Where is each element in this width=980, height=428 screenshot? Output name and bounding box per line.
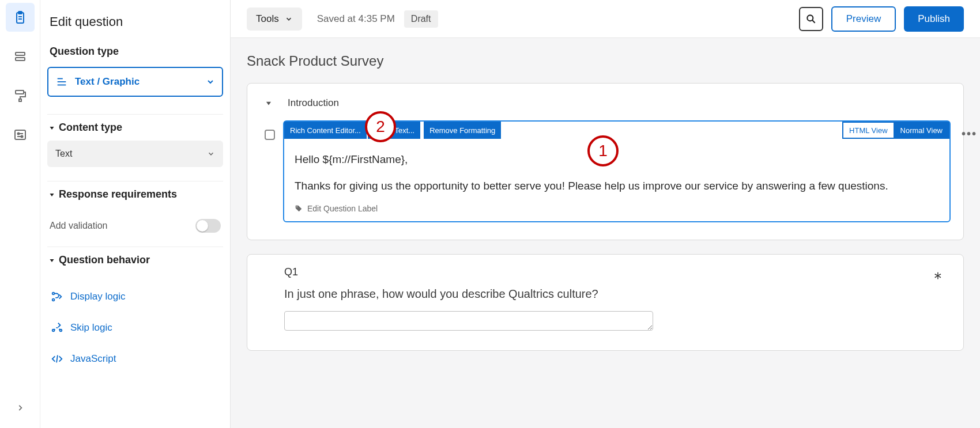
- nav-rail: [0, 0, 40, 428]
- svg-point-24: [807, 15, 813, 21]
- nav-survey-builder[interactable]: [6, 3, 35, 32]
- question-type-heading: Question type: [47, 46, 223, 58]
- question-q1[interactable]: ＊ Q1 In just one phrase, how would you d…: [247, 254, 964, 351]
- intro-line-2: Thanks for giving us the opportunity to …: [295, 178, 939, 194]
- intro-line-1: Hello ${m://FirstName},: [295, 151, 939, 168]
- question-type-select[interactable]: Text / Graphic: [47, 67, 223, 97]
- skip-logic-icon: [51, 321, 63, 334]
- search-icon: [805, 13, 817, 25]
- skip-logic-label: Skip logic: [70, 322, 112, 334]
- blocks-icon: [13, 50, 27, 63]
- clipboard-icon: [13, 10, 27, 24]
- nav-look-and-feel[interactable]: [6, 81, 35, 110]
- nav-block-editor[interactable]: [6, 42, 35, 71]
- svg-rect-6: [16, 90, 24, 94]
- more-horizontal-icon: •••: [962, 127, 977, 140]
- edit-question-label[interactable]: Edit Question Label: [284, 204, 949, 221]
- display-logic-button[interactable]: Display logic: [47, 281, 223, 312]
- code-icon: [51, 353, 63, 365]
- chevron-down-icon: [206, 77, 215, 86]
- svg-point-19: [52, 293, 55, 295]
- html-view-tab[interactable]: HTML View: [842, 122, 893, 139]
- sidebar-title: Edit question: [47, 14, 223, 29]
- block-header[interactable]: Introduction: [260, 95, 951, 120]
- question-select-checkbox[interactable]: [265, 130, 275, 140]
- search-button[interactable]: [799, 7, 823, 31]
- question-number: Q1: [284, 266, 947, 278]
- svg-marker-16: [50, 127, 54, 130]
- content-type-heading: Content type: [59, 122, 122, 134]
- svg-marker-26: [266, 102, 271, 105]
- required-star-icon: ＊: [930, 267, 946, 289]
- preview-button[interactable]: Preview: [831, 6, 896, 32]
- triangle-down-icon: [48, 124, 55, 131]
- saved-status: Saved at 4:35 PM: [317, 13, 395, 25]
- tools-label: Tools: [256, 13, 279, 25]
- question-more-menu[interactable]: •••: [962, 127, 977, 141]
- question-intro-card[interactable]: Rich Content Editor... Piped Text... Rem…: [283, 120, 951, 222]
- javascript-button[interactable]: JavaScript: [47, 343, 223, 374]
- piped-text-button[interactable]: Piped Text...: [368, 122, 421, 139]
- chevron-right-icon: [16, 404, 24, 412]
- content-type-value: Text: [55, 149, 72, 159]
- content-type-select[interactable]: Text: [47, 141, 223, 167]
- add-validation-toggle[interactable]: [195, 219, 221, 233]
- chevron-down-icon: [285, 15, 293, 23]
- display-logic-icon: [51, 290, 63, 303]
- paint-roller-icon: [13, 89, 27, 103]
- text-graphic-icon: [55, 75, 68, 88]
- remove-formatting-button[interactable]: Remove Formatting: [424, 122, 502, 139]
- tag-icon: [295, 204, 303, 213]
- svg-point-27: [296, 206, 297, 207]
- block-title: Introduction: [288, 97, 339, 109]
- rail-expand[interactable]: [6, 393, 35, 422]
- rich-content-editor-button[interactable]: Rich Content Editor...: [284, 122, 368, 139]
- sliders-icon: [13, 128, 27, 142]
- chevron-down-icon: [207, 150, 215, 158]
- svg-line-25: [812, 20, 815, 23]
- javascript-label: JavaScript: [70, 353, 116, 365]
- svg-line-23: [56, 355, 58, 363]
- survey-title: Snack Product Survey: [247, 53, 964, 69]
- question-intro-wrapper: Rich Content Editor... Piped Text... Rem…: [260, 120, 951, 222]
- triangle-down-icon: [48, 191, 55, 198]
- normal-view-tab[interactable]: Normal View: [894, 122, 949, 139]
- topbar: Tools Saved at 4:35 PM Draft Preview Pub…: [231, 0, 980, 38]
- nav-survey-options[interactable]: [6, 120, 35, 149]
- svg-point-20: [52, 299, 55, 301]
- tools-menu[interactable]: Tools: [247, 7, 302, 31]
- block-introduction: Introduction Rich Content Editor... Pipe…: [247, 83, 964, 240]
- triangle-down-icon: [48, 257, 55, 264]
- svg-rect-8: [15, 130, 25, 139]
- main-area: Tools Saved at 4:35 PM Draft Preview Pub…: [231, 0, 980, 428]
- question-behavior-section[interactable]: Question behavior: [47, 247, 223, 273]
- question-content[interactable]: Hello ${m://FirstName}, Thanks for givin…: [284, 139, 949, 204]
- response-requirements-section[interactable]: Response requirements: [47, 181, 223, 207]
- svg-marker-18: [50, 259, 54, 262]
- svg-marker-17: [50, 194, 54, 196]
- q1-text-input[interactable]: [284, 311, 653, 331]
- question-type-value: Text / Graphic: [75, 76, 140, 88]
- skip-logic-button[interactable]: Skip logic: [47, 312, 223, 343]
- svg-rect-4: [16, 52, 25, 55]
- question-toolbar: Rich Content Editor... Piped Text... Rem…: [284, 122, 949, 139]
- publish-button[interactable]: Publish: [904, 6, 964, 32]
- draft-status: Draft: [404, 10, 438, 28]
- triangle-down-icon: [265, 99, 273, 107]
- content-type-section[interactable]: Content type: [47, 114, 223, 141]
- svg-rect-7: [19, 99, 21, 101]
- question-behavior-heading: Question behavior: [59, 254, 150, 266]
- survey-canvas: Snack Product Survey Introduction Rich C…: [231, 38, 980, 428]
- edit-question-sidebar: Edit question Question type Text / Graph…: [40, 0, 231, 428]
- add-validation-label: Add validation: [50, 221, 108, 231]
- display-logic-label: Display logic: [70, 291, 125, 302]
- question-text: In just one phrase, how would you descri…: [284, 287, 947, 301]
- edit-question-label-text: Edit Question Label: [307, 204, 378, 213]
- response-requirements-heading: Response requirements: [59, 188, 177, 200]
- svg-rect-5: [16, 58, 25, 60]
